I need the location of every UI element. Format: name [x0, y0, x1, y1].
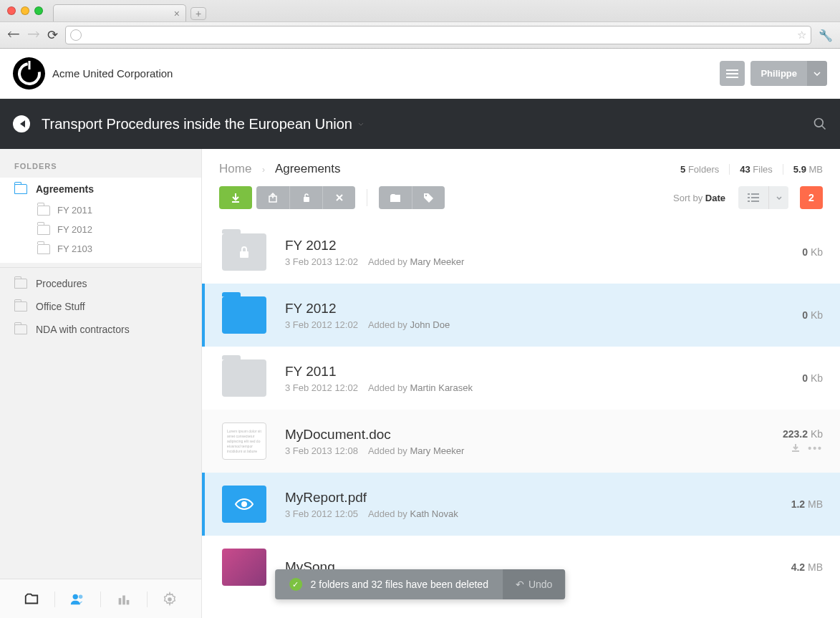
url-bar[interactable]: ☆ [65, 26, 811, 44]
new-folder-button[interactable] [379, 186, 412, 209]
more-icon[interactable]: ••• [808, 443, 823, 454]
item-meta: 3 Feb 2012 12:02Added by John Doe [285, 319, 783, 330]
svg-point-7 [168, 597, 173, 602]
list-item[interactable]: Lorem ipsum dolor sit amet consectetur a… [202, 410, 840, 473]
breadcrumb-sep-icon: › [262, 165, 265, 175]
zoom-window-icon[interactable] [34, 6, 43, 15]
view-dropdown-icon[interactable] [768, 186, 788, 209]
nav-users-icon[interactable] [55, 592, 102, 607]
back-button[interactable]: 🡐 [7, 27, 20, 43]
item-size: 223.2 Kb [783, 428, 823, 440]
item-title: MyReport.pdf [285, 490, 773, 506]
svg-rect-5 [122, 595, 125, 604]
svg-line-1 [822, 126, 826, 130]
sidebar-item-label: Office Stuff [36, 301, 85, 312]
sidebar-item-label: NDA with contractors [36, 324, 130, 335]
sidebar-item-label: Procedures [36, 278, 87, 289]
pdf-preview-icon [222, 486, 266, 523]
item-size: 0 Kb [802, 372, 823, 384]
new-tab-button[interactable]: + [190, 7, 206, 20]
unlock-button[interactable] [289, 186, 322, 209]
sidebar-item-procedures[interactable]: Procedures [0, 272, 201, 295]
sidebar-sub-label: FY 2011 [57, 205, 92, 216]
minimize-window-icon[interactable] [21, 6, 29, 15]
reload-button[interactable]: ⟳ [47, 27, 58, 43]
toolbar: Sort by Date 2 [202, 186, 840, 221]
sidebar-item-nda[interactable]: NDA with contractors [0, 318, 201, 341]
svg-point-19 [242, 502, 246, 506]
tag-button[interactable] [412, 186, 445, 209]
svg-point-2 [73, 594, 78, 599]
folder-icon [14, 324, 27, 334]
settings-wrench-icon[interactable]: 🔧 [819, 29, 833, 42]
sidebar-item-office[interactable]: Office Stuff [0, 295, 201, 318]
title-dropdown-icon[interactable] [358, 122, 364, 126]
app-header: Acme United Corporation Philippe [0, 49, 840, 99]
folder-locked-icon [222, 233, 266, 271]
list-item[interactable]: FY 2012 3 Feb 2013 12:02Added by Mary Me… [202, 221, 840, 284]
sidebar-item-agreements[interactable]: Agreements [0, 178, 201, 201]
sidebar-sub-label: FY 2103 [57, 243, 92, 254]
delete-button[interactable] [322, 186, 355, 209]
view-toggle[interactable] [738, 186, 788, 209]
item-title: FY 2011 [285, 364, 783, 380]
back-circle-button[interactable] [13, 115, 30, 132]
item-title: FY 2012 [285, 238, 783, 254]
breadcrumb-current: Agreements [275, 162, 341, 175]
breadcrumb-root[interactable]: Home [219, 162, 251, 175]
list-item[interactable]: FY 2011 3 Feb 2012 12:02Added by Martin … [202, 347, 840, 410]
list-item[interactable]: FY 2012 3 Feb 2012 12:02Added by John Do… [202, 284, 840, 347]
selection-count-badge[interactable]: 2 [800, 186, 823, 209]
toast-notification: ✓ 2 folders and 32 files have been delet… [275, 569, 566, 599]
browser-tab[interactable]: × [53, 4, 186, 21]
undo-icon: ↶ [516, 579, 524, 590]
sidebar-sub-fy2103[interactable]: FY 2103 [0, 239, 201, 263]
item-size: 1.2 MB [791, 498, 823, 510]
item-meta: 3 Feb 2013 12:08Added by Mary Meeker [285, 445, 764, 456]
bookmark-star-icon[interactable]: ☆ [797, 29, 806, 42]
list-item[interactable]: MyReport.pdf 3 Feb 2012 12:05Added by Ka… [202, 473, 840, 536]
svg-rect-8 [232, 201, 239, 203]
window-controls[interactable] [7, 6, 43, 15]
user-menu[interactable]: Philippe [750, 61, 827, 86]
sidebar: FOLDERS Agreements FY 2011 FY 2012 FY 21… [0, 149, 202, 618]
svg-point-3 [79, 594, 83, 599]
sidebar-bottom-nav [0, 579, 201, 618]
stat-folders: 5 Folders [670, 164, 730, 175]
nav-files-icon[interactable] [9, 592, 55, 607]
svg-rect-4 [118, 598, 121, 604]
document-icon: Lorem ipsum dolor sit amet consectetur a… [222, 423, 266, 460]
svg-point-0 [815, 119, 824, 127]
user-name: Philippe [750, 68, 807, 79]
download-button[interactable] [219, 186, 252, 209]
sidebar-sub-fy2012[interactable]: FY 2012 [0, 220, 201, 239]
nav-settings-icon[interactable] [148, 592, 193, 607]
sort-control[interactable]: Sort by Date [673, 193, 725, 203]
tab-close-icon[interactable]: × [174, 8, 180, 19]
forward-button[interactable]: 🡒 [27, 27, 40, 43]
folder-icon [14, 279, 27, 289]
svg-rect-14 [748, 201, 750, 202]
stat-size: 5.9 MB [783, 164, 823, 175]
company-name: Acme United Corporation [52, 67, 173, 79]
menu-button[interactable] [720, 61, 745, 86]
item-meta: 3 Feb 2013 12:02Added by Mary Meeker [285, 256, 783, 267]
close-window-icon[interactable] [7, 6, 16, 15]
image-thumb-icon [222, 549, 266, 586]
sidebar-item-label: Agreements [36, 183, 94, 195]
list-view-icon[interactable] [738, 186, 768, 209]
share-button[interactable] [256, 186, 289, 209]
sidebar-sub-fy2011[interactable]: FY 2011 [0, 201, 201, 220]
logo-icon[interactable] [13, 57, 45, 90]
svg-rect-6 [126, 599, 129, 604]
search-icon[interactable] [813, 117, 827, 131]
download-icon[interactable] [791, 443, 801, 454]
main-panel: Home › Agreements 5 Folders 43 Files 5.9… [202, 149, 840, 618]
item-size: 0 Kb [802, 246, 823, 258]
nav-stats-icon[interactable] [101, 592, 148, 607]
folder-icon [37, 244, 50, 254]
chevron-down-icon [807, 61, 827, 86]
folder-icon [14, 184, 27, 194]
undo-button[interactable]: ↶ Undo [503, 569, 565, 599]
sidebar-heading: FOLDERS [0, 149, 201, 178]
